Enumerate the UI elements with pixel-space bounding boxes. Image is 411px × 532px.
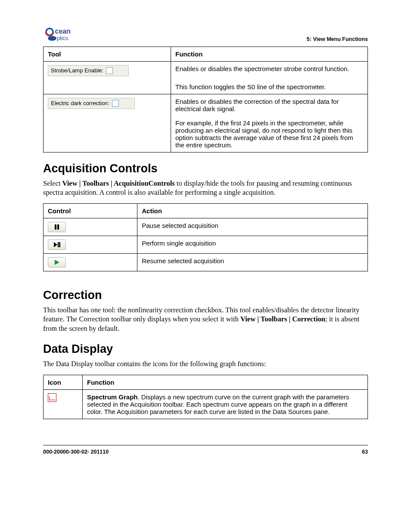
dd-header-function: Function <box>83 375 368 389</box>
strobe-lamp-func-1: Enables or disables the spectrometer str… <box>171 62 368 80</box>
page-header: cean ptics 5: View Menu Functions <box>43 26 368 44</box>
acq-action-single: Perform single acquisition <box>137 236 368 253</box>
svg-marker-9 <box>55 260 59 265</box>
svg-rect-4 <box>55 224 56 230</box>
svg-marker-6 <box>54 242 57 247</box>
svg-point-2 <box>48 36 56 41</box>
tool-function-table: Tool Function Strobe/Lamp Enable: Enable… <box>43 47 368 152</box>
ocean-optics-logo: cean ptics <box>43 26 86 44</box>
electric-dark-correction-checkbox[interactable]: Electric dark correction: <box>48 98 135 109</box>
single-step-icon <box>53 241 61 248</box>
svg-text:ptics: ptics <box>57 35 68 41</box>
acquisition-controls-table: Control Action Pause selected acquisitio… <box>43 203 368 271</box>
acquisition-controls-heading: Acquisition Controls <box>43 162 368 175</box>
play-icon <box>53 259 61 266</box>
table1-header-tool: Tool <box>44 47 171 62</box>
electric-dark-label: Electric dark correction: <box>51 100 109 107</box>
pause-button[interactable] <box>48 222 66 232</box>
checkbox-box-icon <box>106 67 113 74</box>
data-display-table: Icon Function Spectrum Graph. Displays a… <box>43 375 368 419</box>
data-display-heading: Data Display <box>43 342 368 356</box>
electric-dark-func-2: For example, if the first 24 pixels in t… <box>171 116 368 152</box>
acq-action-pause: Pause selected acquisition <box>137 218 368 236</box>
acq-header-control: Control <box>44 203 137 218</box>
checkbox-box-icon <box>112 100 119 107</box>
single-step-button[interactable] <box>48 240 66 250</box>
table1-header-function: Function <box>171 47 368 62</box>
correction-heading: Correction <box>43 289 368 302</box>
footer-docnum: 000-20000-300-02- 201110 <box>43 449 109 455</box>
acq-header-action: Action <box>137 203 368 218</box>
electric-dark-func-1: Enables or disables the correction of th… <box>171 94 368 116</box>
logo-icon: cean ptics <box>43 26 86 44</box>
acquisition-controls-intro: Select View | Toolbars | AcquisitionCont… <box>43 179 368 197</box>
footer-pagenum: 63 <box>362 449 368 455</box>
svg-rect-5 <box>57 224 59 230</box>
svg-text:cean: cean <box>55 28 71 35</box>
data-display-intro: The Data Display toolbar contains the ic… <box>43 359 368 368</box>
spectrum-graph-icon[interactable] <box>48 393 56 402</box>
page-section-label: 5: View Menu Functions <box>307 36 368 44</box>
pause-icon <box>53 224 61 230</box>
svg-rect-8 <box>59 242 61 247</box>
strobe-lamp-func-2: This function toggles the S0 line of the… <box>171 80 368 94</box>
strobe-lamp-enable-checkbox[interactable]: Strobe/Lamp Enable: <box>48 65 129 76</box>
page-footer: 000-20000-300-02- 201110 63 <box>43 445 368 455</box>
page: cean ptics 5: View Menu Functions Tool F… <box>0 0 411 532</box>
correction-body: This toolbar has one tool: the nonlinear… <box>43 305 368 333</box>
acq-action-resume: Resume selected acquisition <box>137 253 368 271</box>
strobe-lamp-enable-label: Strobe/Lamp Enable: <box>51 67 103 74</box>
dd-row1-function: Spectrum Graph. Displays a new spectrum … <box>83 389 368 419</box>
resume-button[interactable] <box>48 257 66 268</box>
dd-header-icon: Icon <box>44 375 83 389</box>
svg-rect-7 <box>58 242 59 247</box>
